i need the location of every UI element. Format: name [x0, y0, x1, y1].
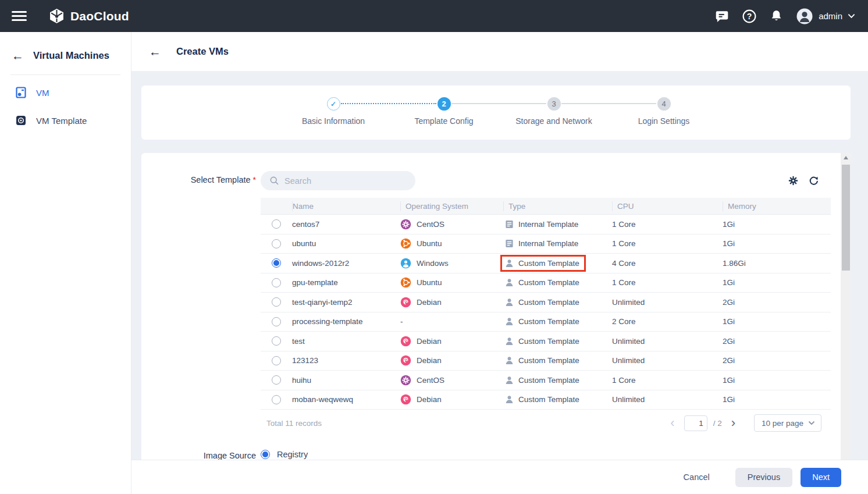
- memory-value: 1Gi: [723, 376, 831, 385]
- bell-icon[interactable]: [769, 8, 784, 24]
- table-row[interactable]: processing-template-Custom Template2 Cor…: [261, 312, 831, 332]
- user-icon: [505, 376, 514, 385]
- vm-icon: [15, 87, 27, 98]
- sidebar-item-vm-template[interactable]: VM Template: [0, 106, 131, 134]
- table-row[interactable]: gpu-templateUbuntuCustom Template1 Core1…: [261, 273, 831, 293]
- step-label: Storage and Network: [496, 116, 612, 126]
- os-name: Debian: [417, 356, 442, 365]
- user-menu[interactable]: admin: [796, 8, 855, 25]
- type-cell: Custom Template: [503, 352, 612, 369]
- footer-actions: Cancel Previous Next: [131, 460, 868, 494]
- type-badge: Custom Template: [500, 313, 586, 330]
- required-marker: *: [253, 175, 256, 184]
- table-row[interactable]: centos7CentOSInternal Template1 Core1Gi: [261, 215, 831, 234]
- type-badge: Custom Template: [500, 372, 586, 389]
- help-icon[interactable]: ?: [741, 8, 757, 24]
- scroll-up-icon[interactable]: [841, 153, 851, 162]
- template-name: centos7: [292, 220, 400, 229]
- os-cell: Windows: [400, 258, 503, 269]
- step-template-config: 2 Template Config: [386, 97, 502, 126]
- back-icon[interactable]: ←: [149, 45, 161, 59]
- sidebar-item-vm[interactable]: VM: [0, 79, 131, 106]
- row-radio[interactable]: [272, 239, 281, 248]
- row-radio[interactable]: [272, 375, 281, 385]
- top-bar: DaoCloud ?: [0, 0, 868, 32]
- row-radio[interactable]: [272, 395, 281, 404]
- column-memory: Memory: [723, 201, 831, 211]
- menu-icon[interactable]: [12, 8, 27, 23]
- table-row[interactable]: 123123DebianCustom TemplateUnlimited2Gi: [261, 351, 831, 371]
- prev-page-icon[interactable]: ‹: [667, 417, 678, 429]
- message-icon[interactable]: [714, 8, 730, 24]
- template-table-body: centos7CentOSInternal Template1 Core1Giu…: [261, 215, 831, 410]
- type-badge: Internal Template: [500, 235, 585, 252]
- page-header: ← Create VMs: [131, 32, 868, 71]
- registry-radio[interactable]: [261, 450, 270, 459]
- table-row[interactable]: test-qianyi-temp2DebianCustom TemplateUn…: [261, 293, 831, 312]
- table-row[interactable]: windows-2012r2WindowsCustom Template4 Co…: [261, 254, 831, 273]
- image-source-label: Image Source: [141, 451, 256, 460]
- sidebar-item-label: VM: [36, 88, 49, 98]
- user-icon: [505, 259, 514, 268]
- row-radio[interactable]: [272, 356, 281, 365]
- centos-icon: [400, 219, 411, 230]
- row-radio[interactable]: [272, 258, 281, 268]
- type-badge: Custom Template: [500, 274, 586, 291]
- os-cell: CentOS: [400, 375, 503, 386]
- pagination: Total 11 records ‹ / 2 › 10 per page: [261, 410, 831, 436]
- page-number-input[interactable]: [684, 415, 707, 431]
- template-name: moban-weqwewq: [292, 395, 400, 404]
- user-icon: [505, 317, 514, 326]
- scrollbar-thumb[interactable]: [842, 165, 850, 271]
- step-check-icon: ✓: [327, 97, 340, 111]
- refresh-icon[interactable]: [807, 175, 820, 187]
- row-radio[interactable]: [272, 317, 281, 326]
- memory-value: 1Gi: [723, 317, 831, 326]
- table-header: Name Operating System Type CPU Memory: [261, 198, 831, 215]
- column-os: Operating System: [400, 201, 503, 211]
- search-input[interactable]: [284, 176, 401, 186]
- row-radio[interactable]: [272, 336, 281, 346]
- type-cell: Custom Template: [503, 274, 612, 291]
- centos-icon: [400, 375, 411, 386]
- row-radio[interactable]: [272, 219, 281, 229]
- table-row[interactable]: huihuCentOSCustom Template1 Core1Gi: [261, 371, 831, 390]
- type-label: Internal Template: [518, 220, 578, 229]
- search-icon: [269, 175, 280, 186]
- cpu-value: 1 Core: [612, 220, 723, 229]
- debian-icon: [400, 336, 411, 347]
- step-number: 3: [547, 97, 561, 111]
- os-cell: Ubuntu: [400, 277, 503, 288]
- table-row[interactable]: moban-weqwewqDebianCustom TemplateUnlimi…: [261, 390, 831, 410]
- user-icon: [505, 298, 514, 307]
- os-cell: Debian: [400, 336, 503, 347]
- panel-scrollbar[interactable]: [841, 153, 851, 467]
- previous-button[interactable]: Previous: [735, 468, 792, 487]
- page-title: Create VMs: [176, 46, 229, 57]
- row-radio[interactable]: [272, 297, 281, 307]
- next-button[interactable]: Next: [801, 468, 841, 487]
- registry-label: Registry: [277, 450, 308, 459]
- cancel-button[interactable]: Cancel: [673, 468, 720, 487]
- column-name: Name: [292, 201, 400, 211]
- table-row[interactable]: ubuntuUbuntuInternal Template1 Core1Gi: [261, 234, 831, 254]
- row-radio[interactable]: [272, 278, 281, 287]
- highlighted-type-badge: Custom Template: [500, 255, 586, 272]
- template-name: test: [292, 337, 400, 346]
- type-label: Internal Template: [518, 239, 578, 248]
- sidebar-back-icon[interactable]: ←: [12, 49, 24, 62]
- os-name: CentOS: [417, 376, 444, 385]
- stepper: ✓ Basic Information 2 Template Config 3 …: [141, 86, 851, 140]
- document-icon: [505, 239, 514, 248]
- page-size-select[interactable]: 10 per page: [754, 414, 821, 432]
- os-name: Debian: [417, 337, 442, 346]
- search-box[interactable]: [261, 171, 415, 190]
- template-name: processing-template: [292, 317, 400, 326]
- gear-icon[interactable]: [787, 175, 799, 187]
- brand[interactable]: DaoCloud: [49, 8, 129, 24]
- next-page-icon[interactable]: ›: [728, 417, 739, 429]
- os-cell: -: [400, 317, 503, 326]
- sidebar-title: Virtual Machines: [33, 50, 109, 61]
- os-cell: Debian: [400, 394, 503, 405]
- table-row[interactable]: testDebianCustom TemplateUnlimited2Gi: [261, 332, 831, 351]
